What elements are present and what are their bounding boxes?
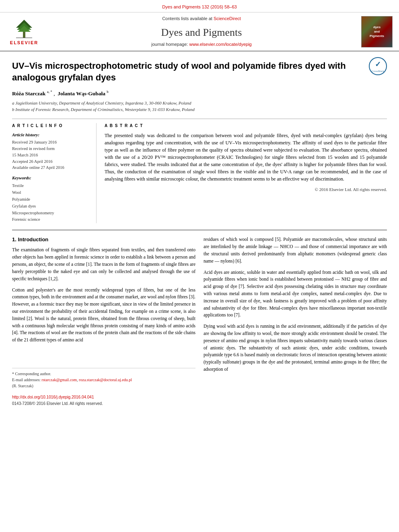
accepted-date: Accepted 26 April 2016 [12,158,90,165]
received-revised-label: Received in revised form [12,146,90,152]
crossmark-check-icon: ✓ [375,60,381,70]
author-initials-note: (R. Starczak) [12,383,195,389]
affiliations: a Jagiellonian University, Department of… [12,100,387,113]
keyword-textile: Textile [12,183,90,189]
corresponding-author-note: * Corresponding author. [12,371,195,377]
elsevier-logo: ELSEVIER [10,18,38,46]
author1-sup: a, * [47,90,52,94]
footer-bar: http://dx.doi.org/10.1016/j.dyepig.2016.… [12,393,195,408]
journal-cover-image: dyes and Pigments [361,16,393,47]
sciencedirect-link[interactable]: ScienceDirect [214,16,241,21]
abstract-label: A B S T R A C T [105,123,387,129]
journal-reference: Dyes and Pigments 132 (2016) 58–63 [162,4,237,9]
intro-paragraph-4: Acid dyes are anionic, soluble in water … [204,269,387,319]
author2-sup: b [107,90,109,94]
article-body: 1. Introduction The examination of fragm… [12,230,387,408]
affiliation-a: a Jagiellonian University, Department of… [12,100,387,107]
history-label: Article history: [12,132,90,138]
authors-line: Róża Starczak a, * , Jolanta Wąs-Gubała … [12,89,387,97]
article-history: Article history: Received 29 January 201… [12,132,90,171]
elsevier-text: ELSEVIER [10,40,38,46]
corresponding-label: * Corresponding author. [12,372,51,376]
elsevier-branding: ELSEVIER [4,16,44,47]
cover-line3: Pigments [370,34,384,38]
email-label: E-mail addresses: [12,378,41,382]
email-footnote: E-mail addresses: rstarczak@gmail.com, r… [12,377,195,383]
journal-title-area: Contents lists available at ScienceDirec… [48,16,355,47]
top-bar: Dyes and Pigments 132 (2016) 58–63 [0,0,399,12]
journal-homepage-line: journal homepage: www.elsevier.com/locat… [151,41,251,47]
cover-line1: dyes [373,25,380,29]
keywords-label: Keywords: [12,175,90,181]
homepage-link[interactable]: www.elsevier.com/locate/dyepig [189,42,251,47]
intro-paragraph-1: The examination of fragments of single f… [12,246,195,282]
author1-name: Róża Starczak [12,90,45,96]
keyword-forensic: Forensic science [12,216,90,223]
abstract-text: The presented study was dedicated to the… [105,132,387,183]
affiliation-b: b Institute of Forensic Research, Depart… [12,106,387,113]
article-info-abstract-section: A R T I C L E I N F O Article history: R… [12,119,387,223]
author2-name: Jolanta Wąs-Gubała [58,90,105,96]
revised-date: 15 March 2016 [12,152,90,158]
keywords-section: Keywords: Textile Wool Polyamide Gryfala… [12,175,90,223]
article-title: UV–Vis microspectrophotometric study of … [12,56,387,83]
crossmark-badge[interactable]: ✓ CrossMark [369,57,387,75]
right-column: residues of which wool is composed [5]. … [204,236,387,408]
article-info-panel: A R T I C L E I N F O Article history: R… [12,123,97,223]
abstract-section: A B S T R A C T The presented study was … [105,123,387,223]
paper-content: ✓ CrossMark UV–Vis microspectrophotometr… [0,51,399,416]
email1-link[interactable]: rstarczak@gmail.com [41,378,77,382]
intro-paragraph-2: Cotton and polyester's are the most rece… [12,287,195,344]
email2-link[interactable]: roza.starczak@doctoral.uj.edu.pl [79,378,132,382]
keyword-gryfalan: Gryfalan dyes [12,203,90,210]
crossmark-label: CrossMark [372,70,384,73]
cover-line2: and [374,29,380,34]
crossmark-circle: ✓ CrossMark [369,57,387,75]
intro-heading: 1. Introduction [12,236,195,243]
article-info-label: A R T I C L E I N F O [12,123,90,129]
sciencedirect-line: Contents lists available at ScienceDirec… [162,16,241,22]
copyright-footer: 0143-7208/© 2016 Elsevier Ltd. All right… [12,401,195,407]
left-column: 1. Introduction The examination of fragm… [12,236,195,408]
elsevier-tree-icon [12,18,36,40]
keyword-polyamide: Polyamide [12,196,90,203]
two-column-layout: 1. Introduction The examination of fragm… [12,236,387,408]
journal-title: Dyes and Pigments [161,25,242,40]
footnote-area: * Corresponding author. E-mail addresses… [12,368,195,389]
journal-cover-area: dyes and Pigments [359,16,395,47]
doi-line: http://dx.doi.org/10.1016/j.dyepig.2016.… [12,394,195,400]
intro-paragraph-5: Dying wool with acid dyes is running in … [204,323,387,373]
intro-paragraph-3: residues of which wool is composed [5]. … [204,236,387,265]
received-date: Received 29 January 2016 [12,139,90,146]
copyright-line: © 2016 Elsevier Ltd. All rights reserved… [105,187,387,193]
keyword-microspectrophotometry: Microspectrophotometry [12,210,90,217]
keyword-wool: Wool [12,189,90,196]
available-online-date: Available online 27 April 2016 [12,164,90,171]
doi-link[interactable]: http://dx.doi.org/10.1016/j.dyepig.2016.… [12,395,94,399]
svg-rect-0 [23,32,25,38]
journal-header: ELSEVIER Contents lists available at Sci… [0,12,399,51]
